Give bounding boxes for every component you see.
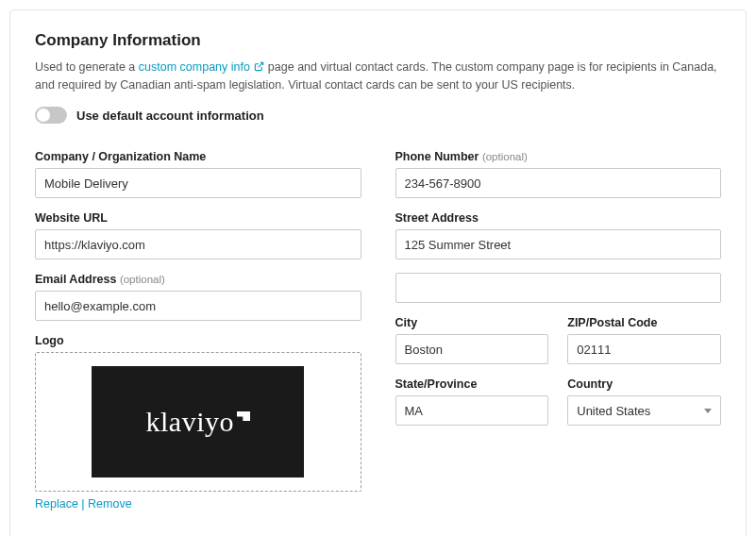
logo-action-divider: | [78, 497, 88, 511]
phone-label: Phone Number (optional) [395, 150, 722, 163]
left-column: Company / Organization Name Website URL … [35, 150, 361, 536]
logo-image: klaviyo [92, 366, 304, 477]
custom-company-info-link[interactable]: custom company info [139, 60, 265, 74]
default-info-toggle-label: Use default account information [76, 109, 264, 123]
company-name-label: Company / Organization Name [35, 150, 361, 163]
svg-line-0 [259, 62, 263, 67]
email-label: Email Address (optional) [35, 273, 361, 286]
phone-optional-text: (optional) [482, 151, 528, 162]
website-url-label: Website URL [35, 211, 361, 225]
company-info-panel: Company Information Used to generate a c… [9, 9, 747, 536]
right-column: Phone Number (optional) Street Address C… [395, 150, 722, 536]
desc-text-before: Used to generate a [35, 60, 139, 74]
default-info-toggle[interactable] [35, 107, 67, 124]
phone-input[interactable] [395, 168, 722, 198]
logo-replace-link[interactable]: Replace [35, 497, 78, 511]
toggle-knob [37, 109, 50, 122]
country-select[interactable]: United States [567, 395, 721, 426]
zip-label: ZIP/Postal Code [567, 316, 721, 329]
website-url-input[interactable] [35, 229, 361, 260]
street-address-2-input[interactable] [395, 273, 722, 303]
city-input[interactable] [395, 334, 549, 364]
email-label-text: Email Address [35, 273, 116, 286]
phone-label-text: Phone Number [395, 150, 479, 163]
email-input[interactable] [35, 291, 361, 321]
state-input[interactable] [395, 395, 549, 426]
external-link-icon [254, 60, 264, 77]
logo-wordmark: klaviyo [146, 406, 251, 438]
zip-input[interactable] [567, 334, 721, 364]
logo-flag-icon [237, 411, 250, 421]
company-name-input[interactable] [35, 168, 361, 198]
desc-link-text: custom company info [139, 60, 250, 74]
email-optional-text: (optional) [120, 274, 165, 285]
city-label: City [395, 316, 549, 329]
logo-label: Logo [35, 334, 361, 347]
country-select-value: United States [577, 404, 650, 418]
default-info-toggle-row: Use default account information [35, 107, 721, 124]
chevron-down-icon [704, 409, 712, 413]
street-address-label: Street Address [395, 211, 722, 225]
street-address-input[interactable] [395, 229, 722, 260]
logo-wordmark-text: klaviyo [146, 406, 235, 438]
section-description: Used to generate a custom company info p… [35, 59, 721, 93]
state-label: State/Province [395, 377, 549, 391]
country-label: Country [567, 377, 721, 391]
logo-dropzone[interactable]: klaviyo [35, 352, 361, 492]
logo-actions: Replace | Remove [35, 497, 361, 511]
section-title: Company Information [35, 31, 721, 50]
logo-remove-link[interactable]: Remove [88, 497, 132, 511]
